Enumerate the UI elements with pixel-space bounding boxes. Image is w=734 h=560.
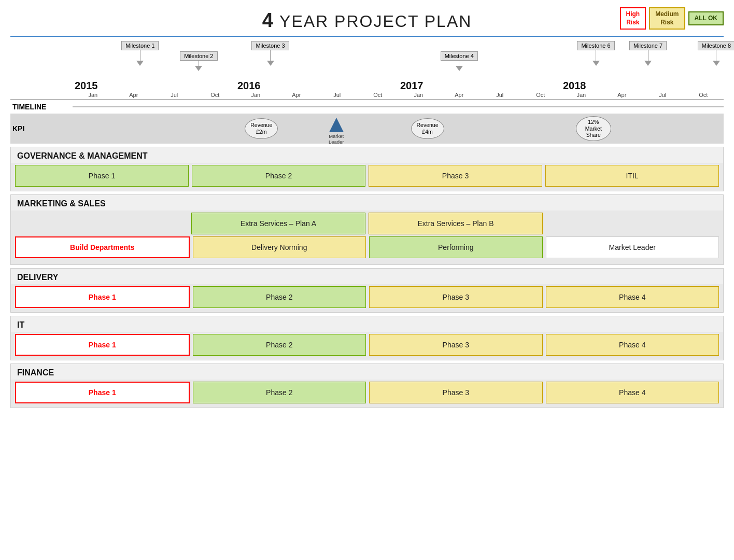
milestone-6-stem [596, 50, 596, 61]
milestone-2-label: Milestone 2 [180, 51, 217, 61]
years-header: 2015 Jan Apr Jul Oct 2016 Jan Apr Jul Oc… [10, 80, 724, 98]
phase-fin-2: Phase 2 [193, 382, 366, 403]
section-marketing-phases: Extra Services – Plan A Extra Services –… [11, 211, 723, 264]
timeline-line [73, 106, 724, 107]
milestone-6-point [592, 61, 600, 66]
q-2017-oct: Oct [520, 92, 561, 98]
section-governance-title: GOVERNANCE & MANAGEMENT [11, 147, 723, 163]
years-row: 2015 Jan Apr Jul Oct 2016 Jan Apr Jul Oc… [73, 80, 724, 98]
section-governance-phases: Phase 1 Phase 2 Phase 3 ITIL [11, 163, 723, 191]
q-2016-oct: Oct [358, 92, 399, 98]
q-2017-jan: Jan [398, 92, 439, 98]
q-2018-jan: Jan [561, 92, 602, 98]
legend-box: HighRisk MediumRisk ALL OK [620, 7, 724, 30]
year-2018: 2018 Jan Apr Jul Oct [561, 80, 724, 98]
phase-mkt-norming: Delivery Norming [193, 236, 366, 258]
q-2015-apr: Apr [114, 92, 154, 98]
milestone-1-point [136, 61, 144, 66]
year-2016-label: 2016 [235, 80, 398, 92]
phase-fin-3: Phase 3 [369, 382, 543, 403]
q-2017-apr: Apr [439, 92, 480, 98]
year-2015-label: 2015 [73, 80, 235, 92]
year-2018-label: 2018 [561, 80, 724, 92]
section-marketing: MARKETING & SALES Extra Services – Plan … [10, 194, 724, 265]
phase-mkt-empty [15, 213, 188, 234]
phase-fin-1: Phase 1 [15, 382, 190, 403]
title-text: YEAR PROJECT PLAN [274, 12, 472, 31]
q-2016-jul: Jul [317, 92, 358, 98]
kpi-market-share: 12%MarketShare [576, 116, 611, 141]
phase-it-4: Phase 4 [546, 334, 719, 356]
milestone-container: Milestone 1 Milestone 2 Milestone 3 Mile… [73, 41, 724, 80]
section-governance: GOVERNANCE & MANAGEMENT Phase 1 Phase 2 … [10, 147, 724, 191]
milestone-6-label: Milestone 6 [577, 41, 614, 50]
section-marketing-title: MARKETING & SALES [11, 195, 723, 211]
milestone-7-label: Milestone 7 [629, 41, 667, 50]
quarters-2016: Jan Apr Jul Oct [235, 92, 398, 98]
milestone-1-stem [140, 50, 140, 61]
milestone-4-stem [459, 61, 459, 66]
phase-mkt-empty2 [546, 213, 719, 234]
phase-it-1: Phase 1 [15, 334, 190, 356]
q-2015-jan: Jan [73, 92, 114, 98]
milestone-4-label: Milestone 4 [441, 51, 478, 61]
section-it-title: IT [11, 316, 723, 332]
milestone-7-stem [648, 50, 648, 61]
phase-del-4: Phase 4 [546, 286, 719, 308]
marketing-row-2: Build Departments Delivery Norming Perfo… [15, 236, 719, 258]
phase-mkt-extra-b: Extra Services – Plan B [369, 213, 543, 234]
q-2015-jul: Jul [154, 92, 195, 98]
quarters-2015: Jan Apr Jul Oct [73, 92, 235, 98]
q-2018-jul: Jul [642, 92, 683, 98]
phase-mkt-market-leader: Market Leader [546, 236, 719, 258]
section-delivery: DELIVERY Phase 1 Phase 2 Phase 3 Phase 4 [10, 268, 724, 313]
q-2016-jan: Jan [235, 92, 276, 98]
milestone-8: Milestone 8 [698, 41, 734, 66]
milestone-3-point [267, 61, 274, 66]
kpi-row: KPI Revenue£2m MarketLeader Revenue£4m 1… [10, 114, 724, 144]
q-2018-oct: Oct [683, 92, 724, 98]
legend-medium-risk: MediumRisk [649, 7, 685, 30]
phase-mkt-build: Build Departments [15, 236, 190, 258]
phase-mkt-performing: Performing [369, 236, 543, 258]
phase-gov-1: Phase 1 [15, 165, 189, 187]
milestone-7-point [644, 61, 652, 66]
phase-fin-4: Phase 4 [546, 382, 719, 403]
year-2017-label: 2017 [398, 80, 561, 92]
title-number: 4 [262, 9, 274, 31]
page-title: 4 YEAR PROJECT PLAN [262, 9, 472, 32]
milestone-8-point [713, 61, 720, 66]
milestone-6: Milestone 6 [577, 41, 614, 66]
timeline-label-row: TIMELINE [10, 99, 724, 114]
kpi-label: KPI [10, 124, 73, 133]
phase-del-3: Phase 3 [369, 286, 543, 308]
milestone-7: Milestone 7 [629, 41, 667, 66]
q-2016-apr: Apr [276, 92, 317, 98]
kpi-revenue-2m: Revenue£2m [245, 118, 278, 139]
phase-gov-3: Phase 3 [369, 165, 542, 187]
milestone-2: Milestone 2 [180, 51, 217, 71]
milestone-1-label: Milestone 1 [121, 41, 159, 50]
timeline-area: Milestone 1 Milestone 2 Milestone 3 Mile… [0, 41, 734, 144]
phase-it-2: Phase 2 [193, 334, 366, 356]
milestone-2-point [195, 66, 202, 71]
phase-gov-2: Phase 2 [192, 165, 365, 187]
milestone-3-label: Milestone 3 [251, 41, 289, 50]
page-header: 4 YEAR PROJECT PLAN HighRisk MediumRisk … [0, 0, 734, 36]
milestone-4-point [456, 66, 463, 71]
q-2015-oct: Oct [195, 92, 236, 98]
kpi-market-leader-triangle [329, 118, 344, 132]
milestone-3-stem [270, 50, 271, 61]
phase-it-3: Phase 3 [369, 334, 543, 356]
year-2017: 2017 Jan Apr Jul Oct [398, 80, 561, 98]
section-it-phases: Phase 1 Phase 2 Phase 3 Phase 4 [11, 332, 723, 360]
milestone-2-stem [199, 61, 199, 66]
section-it: IT Phase 1 Phase 2 Phase 3 Phase 4 [10, 316, 724, 360]
q-2018-apr: Apr [602, 92, 643, 98]
kpi-content: Revenue£2m MarketLeader Revenue£4m 12%Ma… [73, 114, 724, 144]
quarters-2018: Jan Apr Jul Oct [561, 92, 724, 98]
milestone-8-stem [716, 50, 716, 61]
legend-all-ok: ALL OK [688, 11, 724, 26]
year-2016: 2016 Jan Apr Jul Oct [235, 80, 398, 98]
q-2017-jul: Jul [479, 92, 520, 98]
